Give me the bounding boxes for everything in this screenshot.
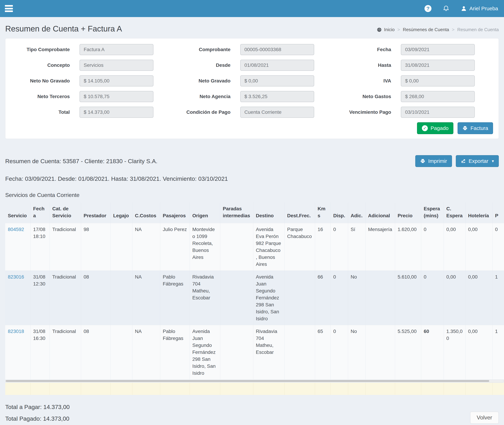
cell-c-espera: 0,00 [444, 223, 465, 271]
cell-cat-servicio: Tradicional [50, 325, 81, 380]
neto-gastos-field[interactable] [401, 91, 475, 102]
condicion-de-pago-field[interactable] [240, 107, 314, 118]
notifications-button[interactable] [443, 5, 450, 12]
field-label-vencimiento-pago: Vencimiento Pago [332, 109, 401, 115]
help-icon: ? [424, 5, 431, 12]
services-table-viewport: Servicio Fecha Cat. de Servicio Prestado… [5, 202, 504, 379]
breadcrumb-resumenes-link[interactable]: Resúmenes de Cuenta [403, 27, 449, 32]
breadcrumb-item: Resúmenes de Cuenta [403, 27, 449, 32]
table-totals-row [5, 383, 504, 395]
horizontal-scrollbar[interactable] [5, 380, 504, 382]
concepto-field[interactable] [80, 60, 153, 71]
volver-button[interactable]: Volver [470, 412, 499, 424]
cell-adicional [365, 325, 395, 380]
cell-truncated: 1 [492, 325, 504, 380]
cell-adic: No [348, 325, 365, 380]
check-circle-icon: ✓ [422, 125, 428, 131]
comprobante-field[interactable] [240, 44, 314, 55]
top-navbar: ? Ariel Prueba [0, 0, 504, 17]
service-link[interactable]: 804592 [8, 227, 24, 232]
field-label-total: Total [11, 109, 80, 115]
neto-agencia-field[interactable] [240, 91, 314, 102]
cell-destino: Avenida Juan Segundo Fernández 298 San I… [253, 271, 285, 325]
invoice-summary-panel: Tipo Comprobante Comprobante Fecha Conce… [5, 38, 499, 139]
neto-gravado-field[interactable] [240, 75, 314, 86]
cell-precio: 1.620,00 [395, 223, 421, 271]
services-table: Servicio Fecha Cat. de Servicio Prestado… [5, 202, 504, 379]
col-header-prestador: Prestador [81, 202, 111, 223]
field-label-neto-gastos: Neto Gastos [332, 94, 401, 99]
pagado-button[interactable]: ✓ Pagado [417, 122, 453, 134]
horizontal-scrollbar-thumb[interactable] [6, 380, 489, 382]
cell-truncated: 0 [492, 223, 504, 271]
col-header-dest-frec: Dest.Frec. [285, 202, 315, 223]
desde-field[interactable] [240, 60, 314, 71]
cell-adicional [365, 271, 395, 325]
cell-hoteleria: 0,00 [465, 271, 492, 325]
breadcrumb: Inicio > Resúmenes de Cuenta > Resumen d… [377, 27, 499, 33]
user-menu[interactable]: Ariel Prueba [461, 5, 498, 12]
breadcrumb-home-link[interactable]: Inicio [377, 27, 395, 32]
help-button[interactable]: ? [424, 5, 431, 12]
field-label-concepto: Concepto [11, 62, 80, 68]
cell-kms: 65 [315, 325, 331, 380]
neto-no-gravado-field[interactable] [80, 75, 153, 86]
cell-ccostos: NA [132, 325, 160, 380]
total-a-pagar: Total a Pagar: 14.373,00 [5, 404, 499, 410]
field-label-neto-gravado: Neto Gravado [172, 78, 240, 84]
table-row: 823016 31/08 12:30 Tradicional 08 NA Pab… [5, 271, 504, 325]
exportar-button[interactable]: Exportar ▾ [456, 155, 499, 167]
field-label-neto-agencia: Neto Agencia [172, 94, 240, 99]
cell-ccostos: NA [132, 271, 160, 325]
cell-c-espera: 0,00 [444, 271, 465, 325]
vencimiento-pago-field[interactable] [401, 107, 475, 118]
cell-espera: 0 [421, 271, 444, 325]
cell-paradas [220, 223, 253, 271]
table-footer-viewport [5, 383, 504, 395]
imprimir-button-label: Imprimir [428, 158, 447, 164]
col-header-adicional: Adicional [365, 202, 395, 223]
col-header-precio: Precio [395, 202, 421, 223]
col-header-ccostos: C.Costos [132, 202, 160, 223]
field-label-comprobante: Comprobante [172, 47, 240, 52]
col-header-hoteleria: Hotelería [465, 202, 492, 223]
col-header-servicio: Servicio [5, 202, 30, 223]
user-icon [461, 5, 467, 12]
hamburger-menu-icon[interactable] [5, 5, 13, 12]
factura-button[interactable]: Factura [458, 122, 493, 134]
cell-paradas [220, 271, 253, 325]
field-label-neto-no-gravado: Neto No Gravado [11, 78, 80, 84]
col-header-pasajeros: Pasajeros [160, 202, 190, 223]
service-link[interactable]: 823016 [8, 274, 24, 279]
breadcrumb-item: Inicio [384, 27, 395, 32]
cell-origen: Montevideo 1099 Recoleta, Buenos Aires [190, 223, 220, 271]
services-table-title: Servicios de Cuenta Corriente [5, 192, 499, 198]
fecha-field[interactable] [401, 44, 475, 55]
cell-disp: 0 [331, 325, 348, 380]
volver-button-label: Volver [477, 414, 492, 421]
cell-adicional: Mensajería [365, 223, 395, 271]
account-summary-heading: Resumen de Cuenta: 53587 - Cliente: 2183… [5, 158, 158, 165]
total-field[interactable] [80, 107, 153, 118]
cell-adic: Sí [348, 223, 365, 271]
cell-kms: 66 [315, 271, 331, 325]
col-header-paradas-intermedias: Paradas intermedias [220, 202, 253, 223]
cell-pasajeros: Pablo Fábregas [160, 325, 190, 380]
service-link[interactable]: 823018 [8, 329, 24, 334]
field-label-condicion-de-pago: Condición de Pago [172, 109, 240, 115]
tipo-comprobante-field[interactable] [80, 44, 153, 55]
col-header-c-espera: C. Espera [444, 202, 465, 223]
total-pagado: Total Pagado: 14.373,00 [5, 415, 499, 422]
iva-field[interactable] [401, 75, 475, 86]
export-icon [461, 159, 466, 164]
field-label-desde: Desde [172, 62, 240, 68]
bell-icon [443, 5, 450, 12]
dashboard-icon [377, 27, 382, 32]
cell-disp: 0 [331, 223, 348, 271]
cell-dest-frec [285, 271, 315, 325]
imprimir-button[interactable]: Imprimir [415, 155, 452, 167]
hasta-field[interactable] [401, 60, 475, 71]
pagado-button-label: Pagado [431, 125, 449, 131]
factura-button-label: Factura [471, 125, 488, 131]
neto-terceros-field[interactable] [80, 91, 153, 102]
